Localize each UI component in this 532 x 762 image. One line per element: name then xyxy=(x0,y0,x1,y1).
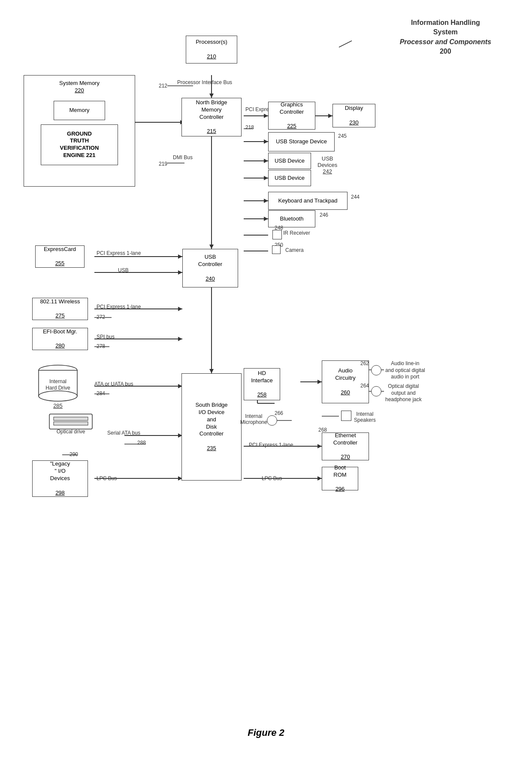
dmi-bus-label: DMI Bus xyxy=(173,154,193,160)
graphics-controller-box: GraphicsController 225 xyxy=(268,102,315,130)
diagram-title: Information Handling System Processor an… xyxy=(400,18,491,57)
ref-264: 264 xyxy=(360,383,369,389)
svg-marker-45 xyxy=(317,380,322,384)
processor-interface-bus-label: Processor Interface Bus xyxy=(177,79,232,85)
ground-truth-box: GROUNDTRUTHVERIFICATIONENGINE 221 xyxy=(41,124,118,165)
pci-express-1lane-1-label: PCI Express 1-lane xyxy=(97,250,141,256)
svg-marker-19 xyxy=(264,199,268,203)
svg-marker-33 xyxy=(178,337,182,341)
svg-point-65 xyxy=(39,391,77,401)
usb-controller-box: USBController 240 xyxy=(182,249,238,287)
svg-marker-15 xyxy=(264,159,268,163)
svg-marker-27 xyxy=(178,270,182,275)
pci-express-1lane-3-label: PCI Express 1-lane xyxy=(249,442,293,448)
expresscard-box: ExpressCard 255 xyxy=(35,245,85,268)
ref-272: 272 xyxy=(97,314,105,320)
figure-caption: Figure 2 xyxy=(0,727,532,738)
lpc-bus-right-label: LPC Bus xyxy=(262,475,282,481)
internal-mic-label: InternalMicrophone xyxy=(240,413,267,425)
lpc-bus-left-label: LPC Bus xyxy=(97,475,117,481)
ref-245: 245 xyxy=(338,133,347,139)
ref-244: 244 xyxy=(351,194,360,200)
spi-bus-label: SPI bus xyxy=(97,334,115,340)
south-bridge-box: South BridgeI/O DeviceandDiskController … xyxy=(181,373,242,481)
optical-digital-out-circle xyxy=(371,386,381,396)
svg-marker-1 xyxy=(209,94,214,98)
ref-288: 288 xyxy=(137,440,146,446)
ref-266: 266 xyxy=(275,410,283,416)
camera-square xyxy=(272,245,281,254)
svg-marker-25 xyxy=(178,254,182,259)
internal-speakers-square xyxy=(341,411,351,421)
ir-receiver-label: IR Receiver xyxy=(283,230,310,236)
usb-devices-label: USBDevices242 xyxy=(317,155,337,175)
ref-268: 268 xyxy=(318,427,327,433)
ref-212: 212 xyxy=(159,83,167,89)
ref-218: 218 xyxy=(245,124,254,130)
usb-storage-box: USB Storage Device xyxy=(268,132,335,151)
svg-marker-21 xyxy=(264,217,268,221)
pci-express-1lane-2-label: PCI Express 1-lane xyxy=(97,304,141,310)
ref-246: 246 xyxy=(320,212,328,218)
ref-219: 219 xyxy=(159,161,167,167)
svg-marker-17 xyxy=(264,176,268,180)
svg-text:Optical drive: Optical drive xyxy=(57,429,85,435)
svg-marker-9 xyxy=(209,245,214,249)
boot-rom-box: BootROM 296 xyxy=(322,467,358,490)
optical-drive-area: Optical drive xyxy=(47,412,94,437)
svg-marker-13 xyxy=(264,139,268,144)
ref-278: 278 xyxy=(97,343,105,349)
memory-box: Memory xyxy=(54,101,105,120)
processor-box: Processor(s) 210 xyxy=(186,36,237,64)
internal-speakers-label: InternalSpeakers xyxy=(354,411,376,423)
north-bridge-box: North BridgeMemoryController 215 xyxy=(181,98,242,136)
ref-262: 262 xyxy=(360,360,369,366)
serial-ata-label: Serial ATA bus xyxy=(107,430,140,436)
svg-marker-53 xyxy=(317,476,322,481)
usb-device2-box: USB Device xyxy=(268,170,311,186)
keyboard-box: Keyboard and Trackpad xyxy=(268,192,348,210)
hd-interface-box: HDInterface 258 xyxy=(244,368,280,400)
svg-marker-51 xyxy=(317,444,322,448)
ir-receiver-circle xyxy=(272,230,282,239)
svg-marker-29 xyxy=(178,307,182,311)
wireless-box: 802.11 Wireless 275 xyxy=(32,298,88,320)
legacy-io-box: "Legacy" I/ODevices 298 xyxy=(32,460,88,497)
optical-digital-out-label: Optical digitaloutput andheadphone jack xyxy=(385,383,422,403)
svg-line-62 xyxy=(339,41,352,47)
svg-marker-31 xyxy=(209,369,214,373)
audio-line-in-circle xyxy=(371,365,381,375)
efi-boot-box: EFI-Boot Mgr. 280 xyxy=(32,328,88,350)
svg-rect-70 xyxy=(54,417,88,420)
internal-mic-circle xyxy=(267,415,277,426)
ata-uata-label: ATA or UATA bus xyxy=(94,381,133,387)
svg-text:Hard Drive: Hard Drive xyxy=(45,385,70,391)
audio-circuitry-box: AudioCircuitry 260 xyxy=(322,360,369,403)
system-memory-box: System Memory 220 Memory GROUNDTRUTHVERI… xyxy=(24,75,135,187)
display-box: Display 230 xyxy=(332,104,375,127)
usb-label: USB xyxy=(118,267,129,273)
svg-text:285: 285 xyxy=(53,402,63,409)
ref-284: 284 xyxy=(97,390,105,396)
usb-device1-box: USB Device xyxy=(268,153,311,169)
ethernet-controller-box: EthernetController 270 xyxy=(322,432,369,460)
svg-marker-7 xyxy=(328,114,332,118)
svg-rect-71 xyxy=(54,422,88,425)
camera-label: Camera xyxy=(285,247,304,253)
svg-marker-5 xyxy=(264,114,268,118)
internal-hd-area: Internal Hard Drive 285 xyxy=(32,363,84,415)
svg-text:Internal: Internal xyxy=(49,378,66,384)
diagram-container: Information Handling System Processor an… xyxy=(0,0,532,762)
audio-line-in-label: Audio line-inand optical digitalaudio in… xyxy=(385,360,425,381)
ref-290: 290 xyxy=(70,451,78,457)
